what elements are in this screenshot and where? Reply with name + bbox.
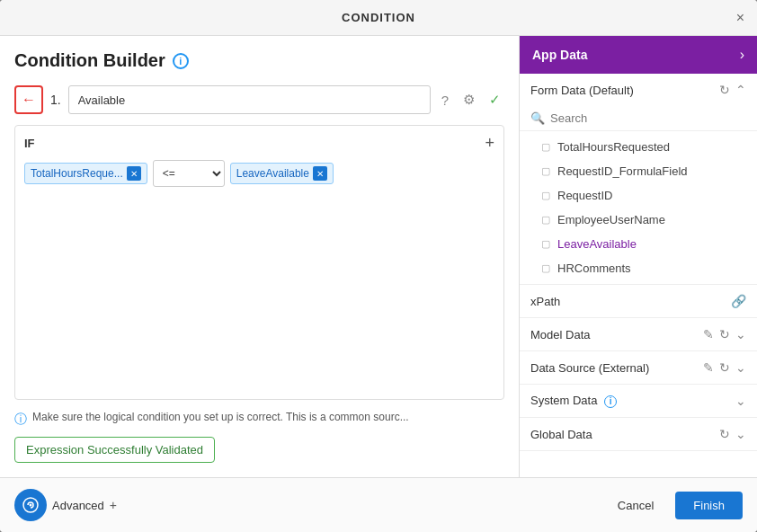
- field-item-active[interactable]: ▢ LeaveAvailable: [520, 232, 757, 256]
- field-item[interactable]: ▢ RequestID: [520, 183, 757, 208]
- link-icon: 🔗: [731, 294, 746, 308]
- success-badge: Expression Successfully Validated: [14, 437, 215, 463]
- if-label: IF: [24, 137, 35, 150]
- help-icon-button[interactable]: ?: [438, 91, 452, 110]
- search-box: 🔍: [520, 106, 757, 131]
- info-icon[interactable]: i: [173, 53, 189, 69]
- field-icon: ▢: [541, 165, 550, 177]
- global-data-label: Global Data: [530, 428, 592, 441]
- data-source-section: Data Source (External) ✎ ↻ ⌄: [520, 351, 757, 385]
- refresh-icon[interactable]: ↻: [719, 327, 730, 341]
- finish-button[interactable]: Finish: [675, 492, 743, 519]
- advanced-plus-icon: +: [110, 498, 117, 512]
- data-source-label: Data Source (External): [530, 361, 649, 375]
- model-data-actions: ✎ ↻ ⌄: [703, 327, 746, 341]
- model-data-header[interactable]: Model Data ✎ ↻ ⌄: [520, 318, 757, 350]
- global-data-actions: ↻ ⌄: [719, 427, 746, 441]
- field-name: LeaveAvailable: [557, 237, 637, 251]
- refresh-icon[interactable]: ↻: [719, 360, 730, 375]
- form-data-section: Form Data (Default) ↻ ⌃ 🔍: [520, 74, 757, 285]
- settings-icon-button[interactable]: ⚙: [459, 90, 478, 110]
- advanced-icon: [14, 489, 47, 521]
- expand-icon[interactable]: ⌄: [735, 327, 746, 341]
- success-text: Expression Successfully Validated: [26, 443, 203, 457]
- field-name: TotalHoursRequested: [557, 140, 670, 154]
- left-panel: Condition Builder i ← 1. ?: [0, 36, 519, 477]
- expand-icon[interactable]: ⌄: [735, 427, 746, 441]
- expand-icon[interactable]: ⌄: [735, 394, 746, 408]
- field-icon: ▢: [541, 238, 550, 250]
- xpath-label: xPath: [530, 295, 560, 308]
- field-item[interactable]: ▢ EmployeeUserName: [520, 208, 757, 232]
- form-data-label: Form Data (Default): [530, 84, 634, 97]
- global-data-header[interactable]: Global Data ↻ ⌄: [520, 418, 757, 450]
- field1-tag: TotalHoursReque... ✕: [24, 163, 147, 184]
- warning-info-icon: ⓘ: [14, 412, 27, 428]
- warning-row: ⓘ Make sure the logical condition you se…: [14, 411, 504, 428]
- refresh-icon[interactable]: ↻: [719, 83, 730, 97]
- check-icon: ✓: [489, 92, 501, 107]
- form-data-actions: ↻ ⌃: [719, 83, 746, 97]
- field-item[interactable]: ▢ RequestID_FormulaField: [520, 159, 757, 183]
- warning-text: Make sure the logical condition you set …: [32, 411, 409, 423]
- field-list: ▢ TotalHoursRequested ▢ RequestID_Formul…: [520, 131, 757, 284]
- close-button[interactable]: ×: [736, 10, 744, 26]
- filter-row: TotalHoursReque... ✕ <= >= = != < >: [24, 160, 494, 187]
- field-icon: ▢: [541, 190, 550, 201]
- condition-number: 1.: [50, 93, 61, 107]
- panel-heading: Condition Builder i: [14, 50, 504, 71]
- field1-label: TotalHoursReque...: [31, 167, 123, 180]
- search-icon: 🔍: [530, 111, 545, 125]
- if-section: IF + TotalHoursReque... ✕ <= >= =: [14, 125, 504, 400]
- if-header: IF +: [24, 135, 494, 151]
- condition-modal: CONDITION × Condition Builder i: [0, 0, 757, 532]
- model-data-label: Model Data: [530, 328, 590, 341]
- modal-footer: Advanced + Cancel Finish: [0, 477, 757, 532]
- form-data-header[interactable]: Form Data (Default) ↻ ⌃: [520, 74, 757, 106]
- app-data-body: Form Data (Default) ↻ ⌃ 🔍: [520, 74, 757, 477]
- right-panel: App Data › Form Data (Default) ↻ ⌃: [519, 36, 757, 477]
- collapse-icon[interactable]: ⌃: [735, 83, 746, 97]
- checkmark-button[interactable]: ✓: [485, 90, 504, 110]
- field-item[interactable]: ▢ TotalHoursRequested: [520, 135, 757, 159]
- field2-remove-button[interactable]: ✕: [313, 166, 327, 181]
- global-data-section: Global Data ↻ ⌄: [520, 418, 757, 451]
- app-data-header: App Data ›: [520, 36, 757, 74]
- data-source-header[interactable]: Data Source (External) ✎ ↻ ⌄: [520, 351, 757, 384]
- modal-title: CONDITION: [342, 11, 415, 24]
- field1-remove-button[interactable]: ✕: [127, 166, 141, 181]
- field-item[interactable]: ▢ HRComments: [520, 256, 757, 280]
- search-input[interactable]: [550, 111, 746, 125]
- panel-heading-title: Condition Builder: [14, 50, 165, 71]
- refresh-icon[interactable]: ↻: [719, 427, 730, 441]
- gear-icon: ⚙: [463, 92, 475, 107]
- xpath-row[interactable]: xPath 🔗: [520, 285, 757, 318]
- modal-header: CONDITION ×: [0, 0, 757, 36]
- svg-point-1: [30, 504, 32, 507]
- modal-body: Condition Builder i ← 1. ?: [0, 36, 757, 477]
- field-name: EmployeeUserName: [557, 213, 665, 226]
- advanced-label: Advanced: [52, 499, 104, 512]
- expand-icon[interactable]: ⌄: [735, 360, 746, 375]
- field2-tag: LeaveAvailable ✕: [230, 163, 334, 184]
- system-data-header[interactable]: System Data i ⌄: [520, 385, 757, 417]
- back-button[interactable]: ←: [14, 85, 43, 114]
- field-icon: ▢: [541, 141, 550, 153]
- system-data-section: System Data i ⌄: [520, 385, 757, 418]
- condition-name-input[interactable]: [68, 85, 431, 114]
- add-condition-button[interactable]: +: [485, 135, 494, 151]
- back-arrow-icon: ←: [22, 92, 36, 108]
- field-icon: ▢: [541, 262, 550, 274]
- field2-label: LeaveAvailable: [236, 167, 309, 180]
- edit-icon[interactable]: ✎: [703, 360, 714, 375]
- app-data-arrow-icon: ›: [740, 47, 744, 63]
- field-name: RequestID: [557, 189, 612, 202]
- field-icon: ▢: [541, 214, 550, 226]
- question-icon: ?: [441, 93, 449, 108]
- system-data-label: System Data i: [530, 394, 617, 408]
- advanced-button[interactable]: Advanced +: [14, 489, 117, 521]
- operator-select[interactable]: <= >= = != < >: [153, 160, 225, 187]
- field-name: HRComments: [557, 262, 631, 275]
- edit-icon[interactable]: ✎: [703, 327, 714, 341]
- cancel-button[interactable]: Cancel: [605, 492, 666, 519]
